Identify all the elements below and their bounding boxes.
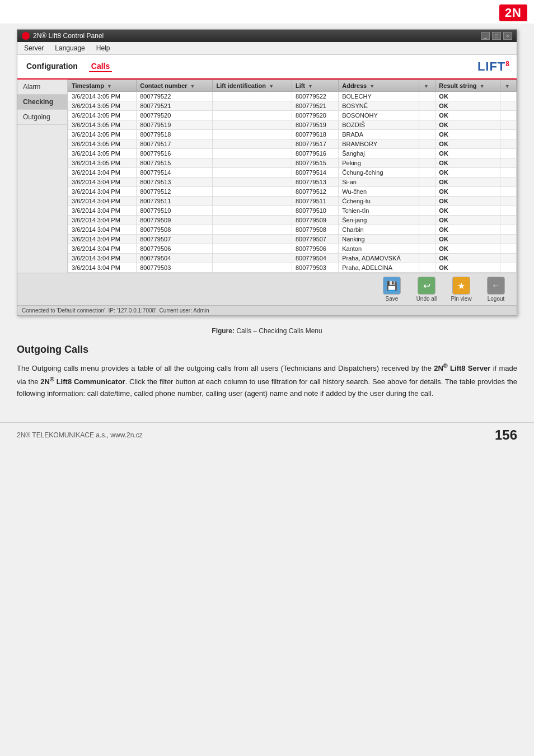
cell-lift-id (213, 101, 292, 111)
pin-button[interactable]: ★ Pin view (447, 277, 475, 302)
save-icon: 💾 (383, 277, 401, 295)
menu-server[interactable]: Server (22, 44, 46, 53)
cell-result: OK (435, 168, 500, 178)
cell-address: Kanton (339, 244, 419, 254)
title-bar: 2N® Lift8 Control Panel _ □ × (17, 30, 517, 42)
cell-timestamp: 3/6/2014 3:04 PM (68, 168, 137, 178)
cell-lift: 800779521 (292, 101, 338, 111)
cell-contact: 800779518 (137, 130, 213, 139)
cell-result: OK (435, 225, 500, 235)
table-row[interactable]: 3/6/2014 3:04 PM 800779513 800779513 Si-… (68, 178, 517, 187)
table-row[interactable]: 3/6/2014 3:05 PM 800779522 800779522 BOL… (68, 92, 517, 101)
cell-lift-id (213, 158, 292, 168)
col-filter[interactable]: ▼ (419, 80, 435, 92)
maximize-button[interactable]: □ (492, 32, 501, 40)
cell-lift: 800779504 (292, 254, 338, 263)
cell-empty (419, 120, 435, 130)
col-lift-id[interactable]: Lift identification ▼ (213, 80, 292, 92)
cell-timestamp: 3/6/2014 3:04 PM (68, 225, 137, 235)
nav-calls[interactable]: Calls (89, 61, 112, 72)
status-bar: Connected to 'Default connection'. IP: '… (17, 305, 517, 315)
menu-help[interactable]: Help (94, 44, 113, 53)
close-button[interactable]: × (503, 32, 512, 40)
cell-contact: 800779509 (137, 216, 213, 225)
table-row[interactable]: 3/6/2014 3:04 PM 800779503 800779503 Pra… (68, 263, 517, 273)
table-row[interactable]: 3/6/2014 3:04 PM 800779512 800779512 Wu-… (68, 187, 517, 197)
menu-language[interactable]: Language (53, 44, 87, 53)
cell-result: OK (435, 139, 500, 149)
cell-result: OK (435, 158, 500, 168)
cell-contact: 800779504 (137, 254, 213, 263)
table-row[interactable]: 3/6/2014 3:05 PM 800779516 800779516 Šan… (68, 149, 517, 158)
logout-button[interactable]: ← Logout (482, 277, 510, 302)
table-row[interactable]: 3/6/2014 3:04 PM 800779511 800779511 Čch… (68, 197, 517, 206)
save-label: Save (386, 296, 399, 302)
sidebar-item-alarm[interactable]: Alarm (17, 80, 67, 95)
sidebar-item-outgoing[interactable]: Outgoing (17, 110, 67, 125)
table-row[interactable]: 3/6/2014 3:04 PM 800779510 800779510 Tch… (68, 206, 517, 216)
menu-bar: Server Language Help (17, 42, 517, 55)
cell-result: OK (435, 206, 500, 216)
page-footer: 2N® TELEKOMUNIKACE a.s., www.2n.cz 156 (0, 422, 534, 447)
cell-timestamp: 3/6/2014 3:05 PM (68, 149, 137, 158)
col-contact[interactable]: Contact number ▼ (137, 80, 213, 92)
table-row[interactable]: 3/6/2014 3:05 PM 800779517 800779517 BRA… (68, 139, 517, 149)
cell-timestamp: 3/6/2014 3:05 PM (68, 130, 137, 139)
table-row[interactable]: 3/6/2014 3:05 PM 800779521 800779521 BOS… (68, 101, 517, 111)
window-controls[interactable]: _ □ × (481, 32, 512, 40)
table-row[interactable]: 3/6/2014 3:04 PM 800779506 800779506 Kan… (68, 244, 517, 254)
cell-extra (500, 225, 516, 235)
save-button[interactable]: 💾 Save (378, 277, 406, 302)
cell-result: OK (435, 120, 500, 130)
brand-name: LIFT8 (477, 59, 510, 74)
cell-extra (500, 206, 516, 216)
table-row[interactable]: 3/6/2014 3:05 PM 800779519 800779519 BOZ… (68, 120, 517, 130)
sidebar-item-checking[interactable]: Checking (17, 95, 67, 110)
minimize-button[interactable]: _ (481, 32, 490, 40)
col-lift[interactable]: Lift ▼ (292, 80, 338, 92)
cell-address: BRAMBORY (339, 139, 419, 149)
cell-empty (419, 139, 435, 149)
cell-contact: 800779510 (137, 206, 213, 216)
cell-contact: 800779515 (137, 158, 213, 168)
nav-configuration[interactable]: Configuration (24, 61, 80, 72)
cell-lift-id (213, 149, 292, 158)
cell-lift-id (213, 178, 292, 187)
table-row[interactable]: 3/6/2014 3:04 PM 800779514 800779514 Čch… (68, 168, 517, 178)
table-row[interactable]: 3/6/2014 3:05 PM 800779518 800779518 BRA… (68, 130, 517, 139)
table-row[interactable]: 3/6/2014 3:05 PM 800779520 800779520 BOS… (68, 111, 517, 120)
cell-lift-id (213, 187, 292, 197)
cell-lift-id (213, 120, 292, 130)
cell-contact: 800779522 (137, 92, 213, 101)
cell-lift-id (213, 168, 292, 178)
cell-contact: 800779519 (137, 120, 213, 130)
cell-address: Čcheng-tu (339, 197, 419, 206)
table-row[interactable]: 3/6/2014 3:04 PM 800779508 800779508 Cha… (68, 225, 517, 235)
cell-empty (419, 158, 435, 168)
col-extra[interactable]: ▼ (500, 80, 516, 92)
main-window: 2N® Lift8 Control Panel _ □ × Server Lan… (17, 29, 517, 316)
cell-timestamp: 3/6/2014 3:04 PM (68, 263, 137, 273)
col-result[interactable]: Result string ▼ (435, 80, 500, 92)
cell-lift: 800779515 (292, 158, 338, 168)
figure-caption-text: Calls – Checking Calls Menu (236, 327, 322, 335)
cell-lift: 800779508 (292, 225, 338, 235)
col-timestamp[interactable]: Timestamp ▼ (68, 80, 137, 92)
cell-lift: 800779516 (292, 149, 338, 158)
table-row[interactable]: 3/6/2014 3:04 PM 800779507 800779507 Nan… (68, 235, 517, 244)
table-row[interactable]: 3/6/2014 3:04 PM 800779509 800779509 Šen… (68, 216, 517, 225)
cell-lift: 800779518 (292, 130, 338, 139)
cell-timestamp: 3/6/2014 3:04 PM (68, 206, 137, 216)
cell-timestamp: 3/6/2014 3:04 PM (68, 244, 137, 254)
cell-empty (419, 225, 435, 235)
table-row[interactable]: 3/6/2014 3:05 PM 800779515 800779515 Pek… (68, 158, 517, 168)
cell-lift: 800779506 (292, 244, 338, 254)
col-address[interactable]: Address ▼ (339, 80, 419, 92)
cell-timestamp: 3/6/2014 3:05 PM (68, 101, 137, 111)
cell-address: BRADA (339, 130, 419, 139)
undo-button[interactable]: ↩ Undo all (413, 277, 441, 302)
cell-result: OK (435, 254, 500, 263)
cell-lift-id (213, 244, 292, 254)
table-row[interactable]: 3/6/2014 3:04 PM 800779504 800779504 Pra… (68, 254, 517, 263)
2n-logo: 2N (499, 4, 527, 21)
